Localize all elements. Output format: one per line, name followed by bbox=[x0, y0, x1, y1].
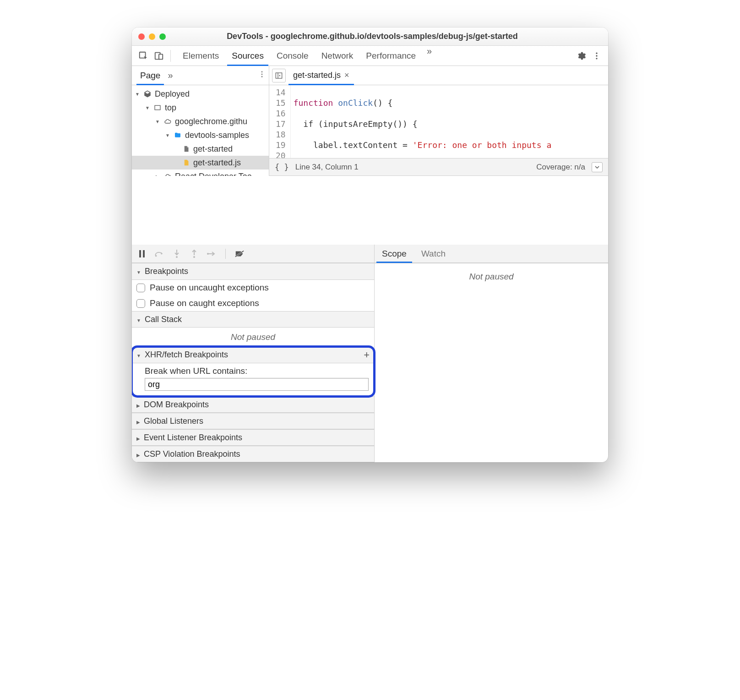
svg-point-5 bbox=[596, 58, 597, 59]
settings-icon[interactable] bbox=[573, 48, 589, 64]
scope-panel: Not paused bbox=[375, 263, 608, 462]
step-icon[interactable] bbox=[206, 248, 217, 259]
svg-point-16 bbox=[193, 256, 195, 258]
close-icon[interactable] bbox=[138, 33, 145, 40]
tab-console[interactable]: Console bbox=[270, 46, 315, 66]
frame-icon bbox=[153, 103, 162, 112]
titlebar: DevTools - googlechrome.github.io/devtoo… bbox=[132, 27, 608, 46]
tree-react-ext[interactable]: React Developer Too bbox=[132, 170, 269, 176]
device-toggle-icon[interactable] bbox=[151, 48, 167, 64]
step-out-icon[interactable] bbox=[189, 248, 200, 259]
scope-empty: Not paused bbox=[375, 263, 608, 290]
section-xhr-breakpoints[interactable]: XHR/fetch Breakpoints + bbox=[132, 347, 374, 363]
pause-caught-row[interactable]: Pause on caught exceptions bbox=[132, 295, 374, 311]
debug-toolbar: Scope Watch bbox=[132, 245, 608, 263]
js-file-icon bbox=[181, 158, 190, 167]
main-tabstrip: Elements Sources Console Network Perform… bbox=[132, 46, 608, 66]
xhr-breakpoints-highlight: XHR/fetch Breakpoints + Break when URL c… bbox=[132, 347, 374, 396]
pause-uncaught-row[interactable]: Pause on uncaught exceptions bbox=[132, 280, 374, 295]
cube-icon bbox=[143, 89, 152, 98]
section-event-listener-breakpoints[interactable]: Event Listener Breakpoints bbox=[132, 429, 374, 446]
tree-folder[interactable]: devtools-samples bbox=[132, 128, 269, 142]
xhr-url-input[interactable] bbox=[145, 378, 369, 391]
tree-deployed[interactable]: Deployed bbox=[132, 87, 269, 101]
svg-point-7 bbox=[261, 74, 263, 75]
tree-top[interactable]: top bbox=[132, 101, 269, 115]
coverage-label: Coverage: n/a bbox=[536, 163, 585, 172]
devtools-window: DevTools - googlechrome.github.io/devtoo… bbox=[132, 27, 608, 462]
tab-elements[interactable]: Elements bbox=[176, 46, 225, 66]
step-into-icon[interactable] bbox=[171, 248, 182, 259]
coverage-dropdown-icon[interactable] bbox=[592, 162, 603, 172]
window-controls bbox=[138, 33, 166, 40]
tab-performance[interactable]: Performance bbox=[359, 46, 422, 66]
svg-rect-9 bbox=[155, 105, 160, 109]
code-editor[interactable]: 141516171819202122 function onClick() { … bbox=[269, 85, 608, 158]
tab-scope[interactable]: Scope bbox=[375, 245, 414, 262]
checkbox-icon[interactable] bbox=[136, 284, 145, 292]
cursor-position: Line 34, Column 1 bbox=[295, 163, 359, 172]
section-breakpoints[interactable]: Breakpoints bbox=[132, 263, 374, 280]
zoom-icon[interactable] bbox=[159, 33, 166, 40]
tab-network[interactable]: Network bbox=[315, 46, 360, 66]
svg-point-14 bbox=[155, 255, 157, 257]
tab-sources[interactable]: Sources bbox=[225, 46, 270, 66]
navigator-panel: Page » Deployed top bbox=[132, 66, 269, 176]
nav-kebab-icon[interactable] bbox=[258, 70, 266, 81]
debugger-sidebar: Breakpoints Pause on uncaught exceptions… bbox=[132, 263, 375, 462]
step-over-icon[interactable] bbox=[154, 248, 165, 259]
call-stack-empty: Not paused bbox=[132, 328, 374, 347]
svg-point-8 bbox=[261, 76, 263, 77]
line-gutter: 141516171819202122 bbox=[269, 85, 291, 158]
file-tab[interactable]: get-started.js × bbox=[290, 66, 352, 85]
deactivate-breakpoints-icon[interactable] bbox=[234, 248, 245, 259]
svg-point-6 bbox=[261, 71, 263, 72]
tree-file-js[interactable]: get-started.js bbox=[132, 156, 269, 170]
tree-origin[interactable]: googlechrome.githu bbox=[132, 115, 269, 128]
kebab-menu-icon[interactable] bbox=[589, 48, 604, 64]
section-call-stack[interactable]: Call Stack bbox=[132, 311, 374, 328]
section-global-listeners[interactable]: Global Listeners bbox=[132, 413, 374, 429]
svg-rect-12 bbox=[139, 250, 141, 257]
cloud-icon bbox=[163, 117, 172, 126]
svg-point-17 bbox=[207, 253, 209, 255]
pretty-print-icon[interactable]: { } bbox=[275, 163, 289, 172]
section-dom-breakpoints[interactable]: DOM Breakpoints bbox=[132, 396, 374, 413]
checkbox-icon[interactable] bbox=[136, 299, 145, 308]
editor-panel: get-started.js × 141516171819202122 func… bbox=[269, 66, 608, 176]
document-icon bbox=[181, 144, 190, 153]
add-xhr-breakpoint-icon[interactable]: + bbox=[364, 349, 370, 361]
tree-file-html[interactable]: get-started bbox=[132, 142, 269, 156]
cloud-icon bbox=[163, 172, 172, 176]
close-tab-icon[interactable]: × bbox=[344, 71, 349, 80]
pause-icon[interactable] bbox=[136, 248, 147, 259]
minimize-icon[interactable] bbox=[149, 33, 155, 40]
tab-watch[interactable]: Watch bbox=[414, 245, 453, 262]
xhr-input-label: Break when URL contains: bbox=[145, 366, 369, 376]
folder-icon bbox=[173, 131, 182, 140]
section-csp-breakpoints[interactable]: CSP Violation Breakpoints bbox=[132, 446, 374, 462]
tabs-overflow[interactable]: » bbox=[422, 46, 436, 66]
svg-rect-2 bbox=[159, 54, 163, 59]
window-title: DevTools - googlechrome.github.io/devtoo… bbox=[166, 32, 602, 41]
inspect-icon[interactable] bbox=[136, 48, 151, 64]
svg-point-4 bbox=[596, 55, 597, 56]
nav-tab-page[interactable]: Page bbox=[136, 66, 164, 85]
nav-overflow[interactable]: » bbox=[164, 70, 176, 81]
toggle-navigator-icon[interactable] bbox=[272, 69, 286, 82]
svg-point-3 bbox=[596, 52, 597, 54]
svg-point-15 bbox=[176, 256, 178, 258]
svg-rect-13 bbox=[143, 250, 145, 257]
